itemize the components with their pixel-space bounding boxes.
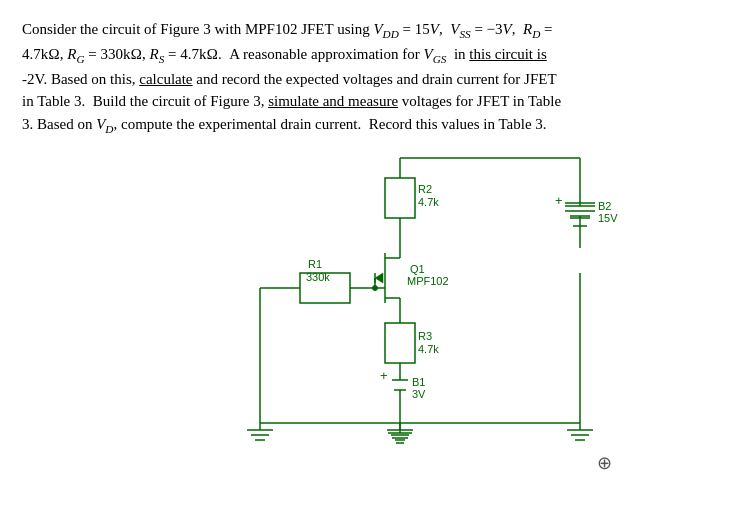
- R1-value: 330k: [306, 271, 330, 283]
- B2-plus: +: [555, 193, 563, 208]
- svg-marker-29: [375, 273, 383, 283]
- R2-label: R2: [418, 183, 432, 195]
- R1-label: R1: [308, 258, 322, 270]
- svg-point-54: [373, 286, 378, 291]
- Q1-value: MPF102: [407, 275, 449, 287]
- text-block: Consider the circuit of Figure 3 with MP…: [22, 18, 710, 138]
- R3-label: R3: [418, 330, 432, 342]
- B1-value: 3V: [412, 388, 426, 400]
- B2-value: 15V: [598, 212, 618, 224]
- svg-rect-19: [385, 178, 415, 218]
- Q1-label: Q1: [410, 263, 425, 275]
- R2-value: 4.7k: [418, 196, 439, 208]
- B1-label: B1: [412, 376, 425, 388]
- circuit-diagram: R2 4.7k R1 330k R3 4.7k: [200, 148, 630, 478]
- R3-value: 4.7k: [418, 343, 439, 355]
- ground-symbol-extra: ⊕: [597, 452, 612, 474]
- B1-plus: +: [380, 368, 388, 383]
- svg-rect-21: [385, 323, 415, 363]
- page: Consider the circuit of Figure 3 with MP…: [0, 0, 732, 506]
- B2-label: B2: [598, 200, 611, 212]
